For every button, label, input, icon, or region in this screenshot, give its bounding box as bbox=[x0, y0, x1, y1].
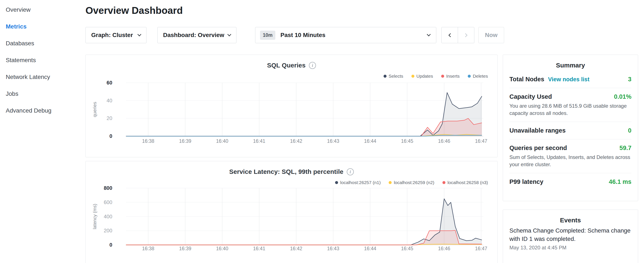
graph-dropdown-label: Graph: Cluster bbox=[91, 32, 133, 39]
svg-text:16:42: 16:42 bbox=[290, 246, 302, 251]
legend-item-deletes[interactable]: Deletes bbox=[468, 74, 488, 79]
legend-item-localhost-26259-n2-[interactable]: localhost:26259 (n2) bbox=[389, 180, 434, 185]
legend-item-inserts[interactable]: Inserts bbox=[441, 74, 460, 79]
legend-label: Deletes bbox=[473, 74, 488, 79]
sidebar-item-overview[interactable]: Overview bbox=[0, 1, 84, 18]
time-next-button bbox=[458, 27, 474, 43]
graph-dropdown[interactable]: Graph: Cluster bbox=[86, 27, 146, 43]
legend-dot-icon bbox=[468, 75, 471, 78]
sidebar-nav-list: OverviewMetricsDatabasesStatementsNetwor… bbox=[0, 0, 84, 119]
legend-label: localhost:26259 (n2) bbox=[394, 180, 434, 185]
sidebar-item-metrics[interactable]: Metrics bbox=[0, 18, 84, 35]
info-icon[interactable]: i bbox=[309, 62, 316, 69]
view-nodes-list-link[interactable]: View nodes list bbox=[548, 76, 590, 83]
summary-row-label: Queries per second bbox=[510, 144, 567, 151]
sql-queries-chart-panel: SQL Queries i SelectsUpdatesInsertsDelet… bbox=[86, 55, 498, 157]
legend-item-updates[interactable]: Updates bbox=[412, 74, 433, 79]
dashboard-dropdown-label: Dashboard: Overview bbox=[163, 32, 224, 39]
dashboard-dropdown[interactable]: Dashboard: Overview bbox=[157, 27, 236, 43]
chart-legend: SelectsUpdatesInsertsDeletes bbox=[384, 74, 488, 79]
chart-title: Service Latency: SQL, 99th percentile bbox=[229, 168, 343, 175]
summary-row-value: 0 bbox=[628, 127, 632, 134]
chevron-left-icon bbox=[448, 33, 452, 37]
chevron-right-icon bbox=[464, 33, 467, 37]
svg-text:16:38: 16:38 bbox=[142, 246, 154, 251]
summary-row-value: 3 bbox=[628, 76, 632, 83]
legend-dot-icon bbox=[441, 75, 444, 78]
legend-label: localhost:26257 (n1) bbox=[340, 180, 380, 185]
chart-title-row: SQL Queries i bbox=[86, 62, 497, 69]
chart-title-row: Service Latency: SQL, 99th percentile i bbox=[86, 168, 497, 175]
legend-dot-icon bbox=[442, 181, 446, 184]
summary-title: Summary bbox=[503, 62, 638, 69]
time-prev-button[interactable] bbox=[442, 27, 458, 43]
svg-text:400: 400 bbox=[104, 214, 112, 219]
sidebar-item-statements[interactable]: Statements bbox=[0, 52, 84, 69]
legend-label: Updates bbox=[416, 74, 433, 79]
svg-text:16:44: 16:44 bbox=[364, 138, 376, 144]
page-title: Overview Dashboard bbox=[86, 5, 183, 16]
event-message: Schema Change Completed: Schema change w… bbox=[510, 226, 632, 243]
sql-queries-chart[interactable]: 16:3816:3916:4016:4116:4216:4316:4416:45… bbox=[86, 78, 498, 149]
info-icon[interactable]: i bbox=[347, 168, 354, 175]
svg-text:16:47: 16:47 bbox=[475, 138, 487, 144]
legend-dot-icon bbox=[389, 181, 392, 184]
summary-row: Capacity Used0.01%You are using 28.6 MiB… bbox=[510, 88, 632, 122]
svg-text:16:41: 16:41 bbox=[253, 246, 265, 251]
legend-dot-icon bbox=[384, 75, 386, 78]
now-button[interactable]: Now bbox=[478, 27, 504, 43]
svg-text:16:45: 16:45 bbox=[401, 138, 413, 144]
svg-text:16:40: 16:40 bbox=[216, 246, 228, 251]
svg-text:16:43: 16:43 bbox=[327, 138, 339, 144]
svg-text:16:44: 16:44 bbox=[364, 246, 376, 251]
svg-text:800: 800 bbox=[104, 185, 112, 191]
legend-label: localhost:26258 (n3) bbox=[448, 180, 488, 185]
events-panel: Events Schema Change Completed: Schema c… bbox=[503, 210, 638, 263]
chart-title: SQL Queries bbox=[267, 62, 306, 69]
summary-row-label: Total Nodes bbox=[510, 76, 544, 83]
svg-text:20: 20 bbox=[106, 115, 112, 121]
sidebar: OverviewMetricsDatabasesStatementsNetwor… bbox=[0, 0, 84, 263]
svg-text:40: 40 bbox=[106, 98, 112, 103]
legend-dot-icon bbox=[335, 181, 338, 184]
sidebar-item-advanced-debug[interactable]: Advanced Debug bbox=[0, 102, 84, 119]
sidebar-item-jobs[interactable]: Jobs bbox=[0, 85, 84, 102]
svg-text:0: 0 bbox=[110, 133, 112, 139]
svg-text:16:40: 16:40 bbox=[216, 138, 228, 144]
summary-row: Unavailable ranges0 bbox=[510, 122, 632, 139]
svg-text:16:46: 16:46 bbox=[438, 246, 450, 251]
legend-label: Inserts bbox=[446, 74, 460, 79]
legend-item-localhost-26258-n3-[interactable]: localhost:26258 (n3) bbox=[442, 180, 488, 185]
svg-text:60: 60 bbox=[106, 80, 112, 86]
service-latency-chart-panel: Service Latency: SQL, 99th percentile i … bbox=[86, 161, 498, 263]
chevron-down-icon bbox=[427, 32, 430, 36]
legend-item-localhost-26257-n1-[interactable]: localhost:26257 (n1) bbox=[335, 180, 380, 185]
svg-text:latency (ms): latency (ms) bbox=[92, 204, 98, 229]
summary-row: Queries per second59.7Sum of Selects, Up… bbox=[510, 139, 632, 173]
event-timestamp: May 13, 2020 at 4:45 PM bbox=[510, 245, 632, 251]
sidebar-item-databases[interactable]: Databases bbox=[0, 35, 84, 52]
svg-text:16:39: 16:39 bbox=[179, 246, 191, 251]
legend-label: Selects bbox=[389, 74, 403, 79]
chevron-down-icon bbox=[137, 32, 141, 36]
svg-text:16:45: 16:45 bbox=[401, 246, 413, 251]
legend-item-selects[interactable]: Selects bbox=[384, 74, 403, 79]
legend-dot-icon bbox=[412, 75, 414, 78]
svg-text:16:43: 16:43 bbox=[327, 246, 339, 251]
svg-text:16:46: 16:46 bbox=[438, 138, 450, 144]
summary-row-description: You are using 28.6 MiB of 515.9 GiB usab… bbox=[510, 102, 632, 117]
svg-text:16:42: 16:42 bbox=[290, 138, 302, 144]
summary-row-value: 0.01% bbox=[614, 93, 632, 100]
svg-text:200: 200 bbox=[104, 228, 112, 233]
chevron-down-icon bbox=[227, 32, 231, 36]
svg-text:16:39: 16:39 bbox=[179, 138, 191, 144]
time-window-selector[interactable]: 10m Past 10 Minutes bbox=[255, 27, 436, 43]
events-title: Events bbox=[503, 217, 638, 224]
svg-text:600: 600 bbox=[104, 199, 112, 205]
sidebar-item-network-latency[interactable]: Network Latency bbox=[0, 69, 84, 85]
svg-text:16:38: 16:38 bbox=[142, 138, 154, 144]
service-latency-chart[interactable]: 16:3816:3916:4016:4116:4216:4316:4416:45… bbox=[86, 185, 498, 257]
svg-text:16:47: 16:47 bbox=[475, 246, 487, 251]
chart-legend: localhost:26257 (n1)localhost:26259 (n2)… bbox=[335, 180, 488, 185]
summary-row-value: 46.1 ms bbox=[609, 178, 632, 185]
